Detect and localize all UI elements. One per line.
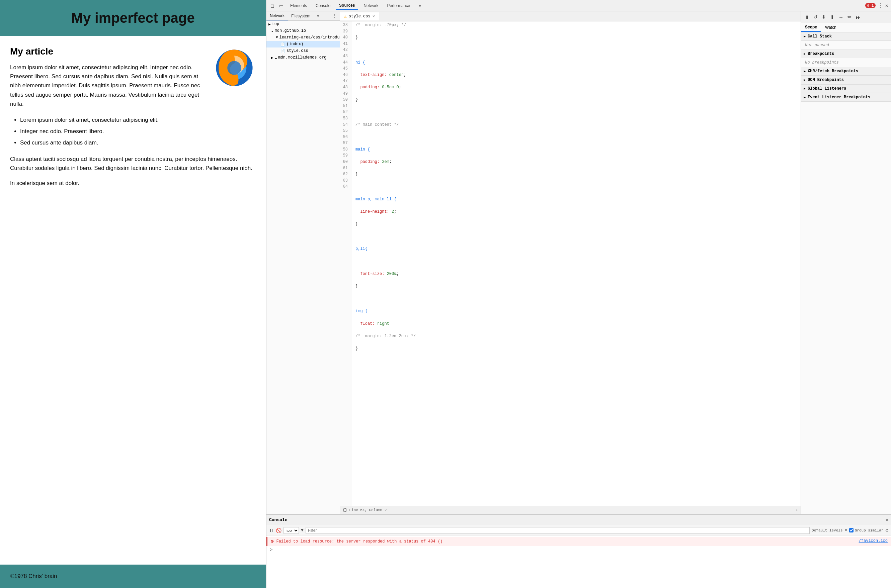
console-toolbar: Console ✕ — [266, 515, 891, 525]
error-message-text: Failed to load resource: the server resp… — [276, 538, 855, 544]
call-stack-header[interactable]: ▶ Call Stack — [801, 32, 891, 41]
svg-point-2 — [227, 61, 241, 75]
tree-file-icon: 📄 — [281, 49, 285, 53]
sources-panel: Network Filesystem » ⋮ ▶ top ☁ mdn.githu… — [266, 11, 891, 514]
step-out-button[interactable]: ⬆ — [829, 14, 835, 21]
tree-item-style-css[interactable]: 📄 style.css — [266, 48, 340, 54]
tree-item-top[interactable]: ▶ top — [266, 21, 340, 27]
tree-cloud-icon: ☁ — [275, 56, 277, 60]
step-button[interactable]: → — [838, 14, 844, 21]
editor-tab-close-icon[interactable]: ✕ — [373, 14, 375, 19]
xhr-breakpoints-header[interactable]: ▶ XHR/fetch Breakpoints — [801, 67, 891, 76]
step-in-button[interactable]: ⬇ — [821, 14, 827, 21]
page-title: My imperfect page — [7, 10, 259, 26]
page-content: My article Lorem ipsum dolor sit amet, c… — [0, 36, 266, 555]
console-context-select[interactable]: top — [284, 527, 299, 534]
call-stack-arrow-icon: ▶ — [804, 34, 805, 39]
list-item: Sed cursus ante dapibus diam. — [20, 137, 256, 148]
close-devtools-icon[interactable]: ✕ — [885, 2, 888, 9]
code-statusbar: {} Line 54, Column 2 ⬇ — [340, 506, 801, 514]
default-levels-label[interactable]: Default levels ▼ — [812, 528, 847, 532]
console-settings-icon[interactable]: ⚙ — [886, 528, 888, 533]
tree-folder-open-icon: ▼ — [276, 36, 278, 39]
inspect-element-button[interactable]: ◻ — [269, 2, 276, 9]
tree-item-index[interactable]: 📄 (index) — [266, 41, 340, 48]
tab-sources[interactable]: Sources — [336, 2, 358, 10]
tree-file-icon: 📄 — [281, 42, 285, 46]
tab-performance[interactable]: Performance — [383, 2, 413, 9]
file-tree-more-icon[interactable]: ⋮ — [330, 11, 340, 20]
code-editor: ⚠ style.css ✕ 383940 41424344 454647 484… — [340, 11, 801, 514]
webpage: My imperfect page My article Lorem ipsum… — [0, 0, 266, 588]
tree-tab-network[interactable]: Network — [266, 12, 288, 20]
tree-tab-filesystem[interactable]: Filesystem — [288, 12, 314, 20]
editor-tab-style-css[interactable]: ⚠ style.css ✕ — [340, 12, 379, 20]
tab-console[interactable]: Console — [312, 2, 334, 9]
console-filter-input[interactable] — [306, 527, 810, 534]
devtools-panel: ◻ ▭ Elements Console Sources Network Per… — [266, 0, 891, 588]
statusbar-line-col: Line 54, Column 2 — [349, 508, 386, 512]
tree-item-label: top — [272, 22, 279, 26]
global-listeners-header[interactable]: ▶ Global Listeners — [801, 84, 891, 93]
article-list: Lorem ipsum dolor sit amet, consectetur … — [20, 114, 256, 148]
step-over-button[interactable]: ↺ — [813, 14, 818, 21]
list-item: Integer nec odio. Praesent libero. — [20, 126, 256, 137]
console-clear-button[interactable]: 🚫 — [276, 528, 281, 533]
breakpoints-header[interactable]: ▶ Breakpoints — [801, 50, 891, 58]
debugger-tab-watch[interactable]: Watch — [821, 23, 840, 32]
tree-item-mdn-mozillademos[interactable]: ▶ ☁ mdn.mozillademos.org — [266, 54, 340, 61]
breakpoints-arrow-icon: ▶ — [804, 52, 805, 56]
error-icon: ⊗ — [271, 538, 273, 544]
pause-button[interactable]: ⏸ — [804, 14, 810, 21]
skip-button[interactable]: ⏭ — [855, 14, 861, 21]
group-similar-checkbox[interactable] — [849, 528, 853, 532]
debugger-tab-scope[interactable]: Scope — [801, 23, 821, 32]
debugger-toolbar: ⏸ ↺ ⬇ ⬆ → ✏ ⏭ — [801, 11, 891, 23]
responsive-design-button[interactable]: ▭ — [278, 2, 285, 9]
event-breakpoints-header[interactable]: ▶ Event Listener Breakpoints — [801, 93, 891, 102]
devtools-topbar: ◻ ▭ Elements Console Sources Network Per… — [266, 0, 891, 11]
tree-arrow-icon: ▶ — [269, 22, 271, 26]
dom-breakpoints-header[interactable]: ▶ DOM Breakpoints — [801, 76, 891, 84]
blackbox-button[interactable]: ✏ — [847, 14, 852, 21]
tree-item-label: mdn.github.io — [275, 28, 306, 33]
list-item: Lorem ipsum dolor sit amet, consectetur … — [20, 114, 256, 126]
firefox-logo — [213, 46, 256, 90]
global-label: Global Listeners — [808, 86, 846, 91]
tree-item-learning-area[interactable]: ▼ learning-area/css/introduction- — [266, 34, 340, 41]
console-prompt-input[interactable] — [275, 548, 888, 552]
statusbar-arrow-icon: ⬇ — [796, 508, 798, 512]
braces-icon: {} — [343, 508, 347, 512]
console-messages: ⊗ Failed to load resource: the server re… — [266, 536, 891, 588]
group-similar-checkbox-group: Group similar — [849, 528, 883, 532]
tab-elements[interactable]: Elements — [287, 2, 310, 9]
event-label: Event Listener Breakpoints — [808, 95, 870, 100]
console-pause-button[interactable]: ⏸ — [269, 528, 274, 533]
page-header: My imperfect page — [0, 0, 266, 36]
tree-item-mdn-github[interactable]: ☁ mdn.github.io — [266, 27, 340, 34]
console-tab-label[interactable]: Console — [269, 518, 287, 522]
call-stack-content: Not paused — [801, 41, 891, 50]
breakpoints-content: No breakpoints — [801, 58, 891, 67]
more-options-icon[interactable]: ⋮ — [877, 2, 883, 9]
code-lines-area[interactable]: 383940 41424344 454647 484950 51525354 5… — [340, 21, 801, 506]
footer-text: ©1978 Chris' brain — [10, 573, 57, 579]
tab-more[interactable]: » — [415, 2, 424, 9]
error-resource-link[interactable]: /favicon.ico — [859, 538, 888, 543]
dom-label: DOM Breakpoints — [808, 78, 844, 82]
paragraph-3: In scelerisque sem at dolor. — [10, 178, 256, 188]
tree-item-label: mdn.mozillademos.org — [278, 55, 326, 60]
line-numbers: 383940 41424344 454647 484950 51525354 5… — [340, 21, 352, 506]
console-close-button[interactable]: ✕ — [886, 517, 888, 523]
prompt-symbol: > — [270, 547, 272, 552]
call-stack-label: Call Stack — [808, 34, 832, 39]
paragraph-2: Class aptent taciti sociosqu ad litora t… — [10, 154, 256, 172]
tree-tab-more[interactable]: » — [314, 12, 323, 20]
debugger-tabs: Scope Watch — [801, 23, 891, 32]
code-editor-tabs: ⚠ style.css ✕ — [340, 11, 801, 21]
group-similar-label: Group similar — [855, 528, 883, 532]
breakpoints-label: Breakpoints — [808, 51, 834, 56]
tab-network[interactable]: Network — [360, 2, 382, 9]
code-content[interactable]: /* margin: -70px; */ } h1 { text-align: … — [352, 21, 801, 506]
console-input-row: ⏸ 🚫 top ▼ Default levels ▼ Group similar… — [266, 525, 891, 536]
